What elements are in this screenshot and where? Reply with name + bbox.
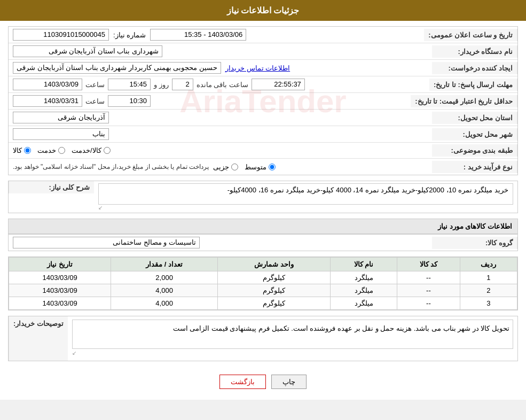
buyer-org-input[interactable]: شهرداری بناب استان آذربایجان شرقی <box>13 45 162 57</box>
cell-row-num: 2 <box>460 284 517 297</box>
goods-table: ردیف کد کالا نام کالا واحد شمارش تعداد /… <box>9 257 517 310</box>
requester-value: اطلاعات تماس خریدار حسین محجوبی بهمنی کا… <box>9 60 432 76</box>
cell-code: -- <box>397 284 460 297</box>
price-time-input[interactable]: 10:30 <box>108 95 151 107</box>
row-category: طبقه بندی موضوعی: کالا/خدمت خدمت <box>9 143 517 159</box>
cell-unit: کیلوگرم <box>218 297 331 310</box>
buyer-notes-box[interactable]: تحویل کالا در شهر بناب می باشد. هزینه حم… <box>72 320 513 349</box>
purchase-medium-label: متوسط <box>245 163 266 171</box>
col-date: تاریخ نیاز <box>9 258 111 271</box>
city-input[interactable]: بناب <box>13 128 109 140</box>
cell-row-num: 1 <box>460 271 517 284</box>
row-purchase-type: نوع فرآیند خرید : متوسط جزیی پرداخت تمام… <box>9 159 517 175</box>
goods-group-input[interactable]: تاسیسات و مصالح ساختمانی <box>13 237 200 248</box>
cell-qty: 4,000 <box>111 284 218 297</box>
goods-group-section: گروه کالا: تاسیسات و مصالح ساختمانی <box>8 234 518 251</box>
cell-date: 1403/03/09 <box>9 284 111 297</box>
table-row: 1 -- میلگرد کیلوگرم 2,000 1403/03/09 <box>9 271 517 284</box>
back-button[interactable]: بازگشت <box>219 375 266 389</box>
price-validity-value: 10:30 ساعت 1403/03/31 <box>9 93 411 109</box>
category-service-option[interactable]: خدمت <box>37 146 65 154</box>
buyer-notes-value: تحویل کالا در شهر بناب می باشد. هزینه حم… <box>68 316 517 361</box>
category-goods-service-option[interactable]: کالا/خدمت <box>72 146 111 154</box>
page-title: جزئیات اطلاعات نیاز <box>227 6 300 15</box>
purchase-retail-radio[interactable] <box>231 164 238 170</box>
purchase-medium-radio[interactable] <box>269 164 276 170</box>
need-description-value: خرید میلگرد نمره 10، 2000کیلو-خرید میلگر… <box>94 181 517 213</box>
time-label: ساعت <box>85 81 105 89</box>
need-number-label: شماره نیاز: <box>113 31 146 39</box>
price-validity-label: حداقل تاریخ اعتبار قیمت: تا تاریخ: <box>411 95 517 107</box>
requester-label: ایجاد کننده درخواست: <box>432 62 517 74</box>
time-input[interactable]: 15:45 <box>108 79 151 90</box>
row-buyer-org: نام دستگاه خریدار: شهرداری بناب استان آذ… <box>9 43 517 60</box>
announcement-date-value: 1403/03/06 - 15:35 شماره نیاز: 110309101… <box>9 27 424 43</box>
category-service-radio[interactable] <box>58 147 65 154</box>
goods-group-label: گروه کالا: <box>432 237 517 249</box>
row-price-validity: حداقل تاریخ اعتبار قیمت: تا تاریخ: 10:30… <box>9 93 517 110</box>
cell-name: میلگرد <box>331 271 397 284</box>
category-service-label: خدمت <box>37 146 56 154</box>
row-requester: ایجاد کننده درخواست: اطلاعات تماس خریدار… <box>9 60 517 76</box>
row-city: شهر محل تحویل: بناب <box>9 126 517 143</box>
cell-row-num: 3 <box>460 297 517 310</box>
table-row: 2 -- میلگرد کیلوگرم 4,000 1403/03/09 <box>9 284 517 297</box>
province-label: استان محل تحویل: <box>432 112 517 124</box>
col-unit: واحد شمارش <box>218 258 331 271</box>
purchase-note: پرداخت تمام یا بخشی از مبلغ خرید،از محل … <box>13 163 209 170</box>
category-goods-label: کالا <box>13 146 22 154</box>
row-response-deadline: مهلت ارسال پاسخ: تا تاریخ: 22:55:37 ساعت… <box>9 76 517 93</box>
price-date-input[interactable]: 1403/03/31 <box>13 95 82 107</box>
goods-table-section: ردیف کد کالا نام کالا واحد شمارش تعداد /… <box>8 256 518 310</box>
contact-link[interactable]: اطلاعات تماس خریدار <box>225 64 290 72</box>
category-goods-option[interactable]: کالا <box>13 146 31 154</box>
response-deadline-label: مهلت ارسال پاسخ: تا تاریخ: <box>429 79 517 91</box>
category-goods-service-radio[interactable] <box>104 147 111 154</box>
col-row-num: ردیف <box>460 258 517 271</box>
purchase-retail-option[interactable]: جزیی <box>213 163 238 171</box>
category-goods-radio[interactable] <box>24 147 31 154</box>
page-header: جزئیات اطلاعات نیاز <box>0 0 526 21</box>
cell-qty: 2,000 <box>111 271 218 284</box>
response-date-input[interactable]: 1403/03/09 <box>13 79 82 90</box>
province-input[interactable]: آذربایجان شرقی <box>13 112 109 123</box>
buttons-row: چاپ بازگشت <box>8 369 518 394</box>
goods-info-title: اطلاعات کالاهای مورد نیاز <box>8 219 518 234</box>
buyer-org-value: شهرداری بناب استان آذربایجان شرقی <box>9 43 432 59</box>
goods-group-value: تاسیسات و مصالح ساختمانی <box>9 235 432 251</box>
cell-code: -- <box>397 297 460 310</box>
cell-code: -- <box>397 271 460 284</box>
cell-name: میلگرد <box>331 284 397 297</box>
col-qty: تعداد / مقدار <box>111 258 218 271</box>
remaining-time-input[interactable]: 22:55:37 <box>252 79 305 90</box>
row-goods-group: گروه کالا: تاسیسات و مصالح ساختمانی <box>9 235 517 251</box>
requester-input[interactable]: حسین محجوبی بهمنی کاربردار شهرداری بناب … <box>13 62 221 74</box>
remaining-label: ساعت باقی مانده <box>197 81 248 89</box>
need-description-section: خرید میلگرد نمره 10، 2000کیلو-خرید میلگر… <box>8 181 518 213</box>
response-deadline-value: 22:55:37 ساعت باقی مانده 2 روز و 15:45 س… <box>9 76 429 92</box>
need-description-box[interactable]: خرید میلگرد نمره 10، 2000کیلو-خرید میلگر… <box>98 183 513 205</box>
col-code: کد کالا <box>397 258 460 271</box>
purchase-type-label: نوع فرآیند خرید : <box>432 161 517 173</box>
category-goods-service-label: کالا/خدمت <box>72 146 101 154</box>
buyer-notes-label: توصیحات خریدار: <box>9 316 68 361</box>
days-input[interactable]: 2 <box>172 79 193 90</box>
price-time-label: ساعت <box>85 97 105 105</box>
province-value: آذربایجان شرقی <box>9 110 432 126</box>
print-button[interactable]: چاپ <box>271 375 307 389</box>
purchase-medium-option[interactable]: متوسط <box>245 163 276 171</box>
announcement-date-input[interactable]: 1403/03/06 - 15:35 <box>150 29 246 41</box>
page-container: جزئیات اطلاعات نیاز AriaTender تاریخ و س… <box>0 0 526 400</box>
category-label: طبقه بندی موضوعی: <box>432 144 517 157</box>
table-row: 3 -- میلگرد کیلوگرم 4,000 1403/03/09 <box>9 297 517 310</box>
purchase-retail-label: جزیی <box>213 163 229 171</box>
buyer-org-label: نام دستگاه خریدار: <box>432 45 517 58</box>
category-value: کالا/خدمت خدمت کالا <box>9 144 432 157</box>
cell-name: میلگرد <box>331 297 397 310</box>
main-form-section: AriaTender تاریخ و ساعت اعلان عمومی: 140… <box>8 26 518 175</box>
cell-date: 1403/03/09 <box>9 297 111 310</box>
announcement-date-label: تاریخ و ساعت اعلان عمومی: <box>424 29 517 41</box>
row-province: استان محل تحویل: آذربایجان شرقی <box>9 110 517 126</box>
need-number-input[interactable]: 1103091015000045 <box>13 29 109 41</box>
buyer-notes-section: تحویل کالا در شهر بناب می باشد. هزینه حم… <box>8 316 518 361</box>
